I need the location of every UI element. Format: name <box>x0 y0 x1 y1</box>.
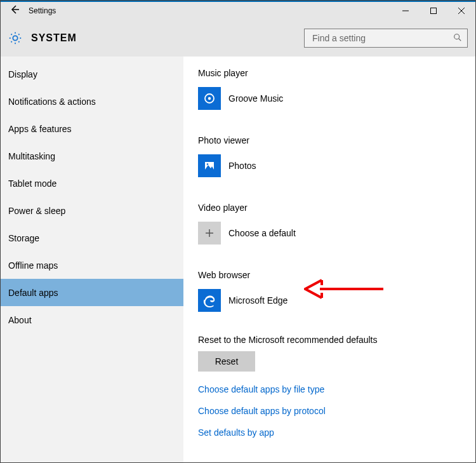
sidebar-item-default-apps[interactable]: Default apps <box>1 279 183 306</box>
app-name: Microsoft Edge <box>228 295 288 305</box>
category-label-video: Video player <box>198 203 475 213</box>
back-button[interactable] <box>1 4 29 17</box>
sidebar: Display Notifications & actions Apps & f… <box>1 57 184 462</box>
svg-line-5 <box>459 38 461 41</box>
link-by-app[interactable]: Set defaults by app <box>198 427 475 438</box>
default-app-photo[interactable]: Photos <box>198 151 475 181</box>
default-app-video[interactable]: Choose a default <box>198 218 475 248</box>
search-box[interactable] <box>304 29 468 48</box>
svg-point-4 <box>454 34 459 39</box>
app-name: Choose a default <box>228 228 296 238</box>
sidebar-item-offline-maps[interactable]: Offline maps <box>1 252 183 279</box>
sidebar-item-label: Offline maps <box>8 260 58 271</box>
svg-point-10 <box>207 163 209 165</box>
photos-icon <box>198 154 221 177</box>
svg-rect-1 <box>431 8 437 14</box>
sidebar-item-storage[interactable]: Storage <box>1 224 183 252</box>
sidebar-item-notifications[interactable]: Notifications & actions <box>1 88 183 115</box>
sidebar-item-label: Storage <box>8 233 39 243</box>
sidebar-item-label: Default apps <box>8 288 58 298</box>
titlebar: Settings <box>1 1 475 20</box>
sidebar-item-about[interactable]: About <box>1 306 183 333</box>
sidebar-item-display[interactable]: Display <box>1 60 183 88</box>
sidebar-item-power-sleep[interactable]: Power & sleep <box>1 197 183 224</box>
gear-icon <box>8 31 22 45</box>
sidebar-item-apps-features[interactable]: Apps & features <box>1 115 183 142</box>
reset-description: Reset to the Microsoft recommended defau… <box>198 335 475 345</box>
plus-icon <box>198 222 221 245</box>
category-label-photo: Photo viewer <box>198 135 475 145</box>
sidebar-item-label: Display <box>8 69 37 79</box>
sidebar-item-label: Power & sleep <box>8 206 65 216</box>
reset-button[interactable]: Reset <box>198 351 255 372</box>
header: SYSTEM <box>1 20 475 57</box>
page-title: SYSTEM <box>31 32 77 44</box>
search-input[interactable] <box>311 32 453 44</box>
app-name: Photos <box>228 161 256 171</box>
sidebar-item-multitasking[interactable]: Multitasking <box>1 142 183 170</box>
sidebar-item-label: Apps & features <box>8 124 72 134</box>
default-app-music[interactable]: Groove Music <box>198 83 475 114</box>
sidebar-item-label: Notifications & actions <box>8 97 96 107</box>
svg-point-7 <box>208 97 211 100</box>
sidebar-item-label: Multitasking <box>8 151 55 161</box>
default-app-browser[interactable]: Microsoft Edge <box>198 285 475 316</box>
search-icon <box>453 33 462 44</box>
sidebar-item-tablet-mode[interactable]: Tablet mode <box>1 170 183 197</box>
link-by-file-type[interactable]: Choose default apps by file type <box>198 384 475 394</box>
sidebar-item-label: Tablet mode <box>8 178 56 189</box>
app-name: Groove Music <box>228 93 283 104</box>
sidebar-item-label: About <box>8 315 32 325</box>
category-label-browser: Web browser <box>198 270 475 280</box>
groove-icon <box>198 87 221 110</box>
minimize-button[interactable] <box>392 2 420 20</box>
edge-icon <box>198 289 221 312</box>
content-pane: Music player Groove Music Photo viewer P… <box>184 57 475 462</box>
window-title: Settings <box>29 6 56 15</box>
close-button[interactable] <box>447 2 475 20</box>
link-by-protocol[interactable]: Choose default apps by protocol <box>198 406 475 416</box>
category-label-music: Music player <box>198 68 475 78</box>
maximize-button[interactable] <box>420 2 447 20</box>
